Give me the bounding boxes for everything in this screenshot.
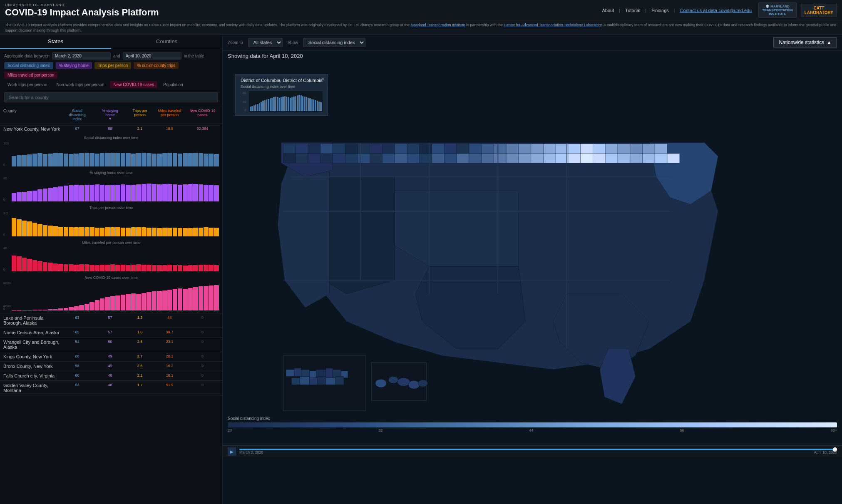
tooltip-close[interactable]: ✕ [321, 76, 325, 82]
chip-sdi[interactable]: Social distancing index [4, 62, 53, 69]
svg-rect-11 [407, 144, 420, 154]
svg-rect-15 [457, 144, 469, 154]
contact-link[interactable]: Contact us at data-covid@umd.edu [680, 8, 752, 13]
findings-link[interactable]: Findings [651, 8, 669, 13]
bar-8 [53, 187, 58, 201]
chip-nonwork[interactable]: Non-work trips per person [53, 81, 107, 88]
svg-rect-46 [457, 154, 469, 163]
chip-out-county[interactable]: % out-of-county trips [134, 62, 179, 69]
tooltip-bar-3 [255, 104, 256, 111]
table-row[interactable]: Falls Church city, Virginia 60 48 2.1 18… [0, 371, 222, 381]
svg-rect-55 [568, 154, 581, 163]
chart-sh-title: % staying home over time [3, 171, 219, 175]
chip-work[interactable]: Work trips per person [4, 81, 50, 88]
bar-0 [12, 156, 16, 166]
table-row[interactable]: Bronx County, New York 58 49 2.6 16.2 0 [0, 362, 222, 371]
metric-chips-row2: Work trips per person Non-work trips per… [4, 81, 218, 88]
nationwide-button[interactable]: Nationwide statistics ▲ [773, 37, 837, 47]
svg-rect-2 [296, 144, 308, 154]
bar-33 [183, 184, 187, 201]
bar-10 [64, 227, 68, 236]
svg-rect-80 [291, 378, 300, 385]
bar-3 [27, 191, 32, 201]
us-map-svg[interactable]: // This will be handled by inline genera… [223, 62, 842, 457]
bar-12 [74, 154, 79, 166]
end-date-input[interactable] [123, 52, 181, 60]
bar-29 [162, 153, 167, 166]
chip-trips[interactable]: Trips per person [94, 62, 131, 69]
chip-pop[interactable]: Population [160, 81, 186, 88]
tooltip-bar-38 [318, 102, 320, 112]
show-select[interactable]: Social distancing index [303, 38, 365, 47]
bar-17 [100, 153, 104, 166]
zoom-select[interactable]: All states [248, 38, 283, 47]
table-row[interactable]: Lake and Peninsula Borough, Alaska 63 57… [0, 313, 222, 328]
bar-14 [84, 264, 89, 271]
table-header: County Socialdistancingindex % stayingho… [0, 106, 222, 124]
search-input[interactable] [4, 92, 218, 102]
logos: 🛡️ MARYLANDTRANSPORTATIONINSTITUTE CATTL… [758, 2, 837, 18]
bar-27 [152, 154, 156, 166]
tick-1: 32 [378, 428, 383, 432]
catt-link[interactable]: Center for Advanced Transportation Techn… [504, 23, 602, 27]
svg-rect-33 [296, 154, 308, 163]
bar-28 [157, 154, 161, 166]
tooltip-bar-27 [298, 95, 300, 111]
tab-counties[interactable]: Counties [111, 35, 222, 49]
svg-rect-19 [506, 144, 519, 154]
play-button[interactable]: ▶ [228, 447, 236, 456]
chart-trips: Trips per person over time 3.2 0 [0, 204, 222, 238]
chip-covid[interactable]: New COVID-19 cases [110, 81, 157, 88]
tab-states[interactable]: States [0, 35, 111, 49]
chart-sdi-title: Social distancing index over time [3, 136, 219, 140]
tooltip-bar-8 [264, 100, 266, 111]
table-row[interactable]: Wrangell City and Borough, Alaska 54 50 … [0, 338, 222, 352]
bar-35 [193, 287, 198, 310]
timeline-track[interactable] [239, 449, 837, 450]
bar-12 [74, 306, 79, 311]
row-covid: 0 [186, 383, 219, 393]
svg-rect-28 [618, 144, 630, 154]
us-map[interactable]: // This will be handled by inline genera… [223, 62, 842, 457]
chip-sh[interactable]: % staying home [56, 62, 92, 69]
main-trips: 2.1 [127, 127, 153, 131]
row-sh: 48 [94, 373, 127, 378]
bar-12 [74, 185, 79, 201]
row-county: Bronx County, New York [3, 364, 61, 369]
tutorial-link[interactable]: Tutorial [625, 8, 640, 13]
bar-20 [115, 185, 120, 202]
svg-rect-40 [383, 154, 395, 163]
tooltip-y-max: 80 [241, 91, 246, 95]
tooltip-bar-12 [271, 98, 273, 112]
bar-21 [121, 153, 125, 166]
svg-rect-50 [506, 154, 519, 163]
start-date-input[interactable] [52, 52, 111, 60]
row-miles: 18.1 [153, 373, 186, 378]
table-row[interactable]: Golden Valley County, Montana 63 48 1.7 … [0, 381, 222, 395]
about-link[interactable]: About [602, 8, 614, 13]
main-sh: 58 [94, 127, 127, 131]
tooltip-bar-36 [315, 100, 316, 111]
bar-31 [173, 265, 177, 271]
bar-39 [214, 154, 219, 166]
legend-container: Social distancing index 20 32 44 56 68+ [228, 416, 837, 432]
bar-33 [183, 289, 187, 310]
row-sdi: 65 [61, 330, 94, 335]
svg-rect-51 [519, 154, 531, 163]
svg-rect-48 [482, 154, 494, 163]
table-row[interactable]: Kings County, New York 60 49 2.7 20.1 0 [0, 352, 222, 362]
svg-rect-73 [294, 368, 301, 377]
svg-rect-56 [581, 154, 593, 163]
bar-3 [27, 221, 32, 236]
mti-link[interactable]: Maryland Transportation Institute [410, 23, 465, 27]
row-sh: 50 [94, 340, 127, 350]
bar-22 [126, 185, 130, 201]
bar-25 [142, 265, 146, 272]
bar-37 [204, 265, 208, 272]
bar-30 [167, 290, 172, 310]
chip-miles[interactable]: Miles traveled per person [4, 72, 57, 79]
timeline-bar: ▶ March 2, 2020 April 10, 2020 [223, 445, 842, 457]
table-row[interactable]: Nome Census Area, Alaska 65 57 1.6 39.7 … [0, 328, 222, 338]
bar-34 [188, 288, 193, 310]
svg-rect-3 [308, 144, 320, 154]
